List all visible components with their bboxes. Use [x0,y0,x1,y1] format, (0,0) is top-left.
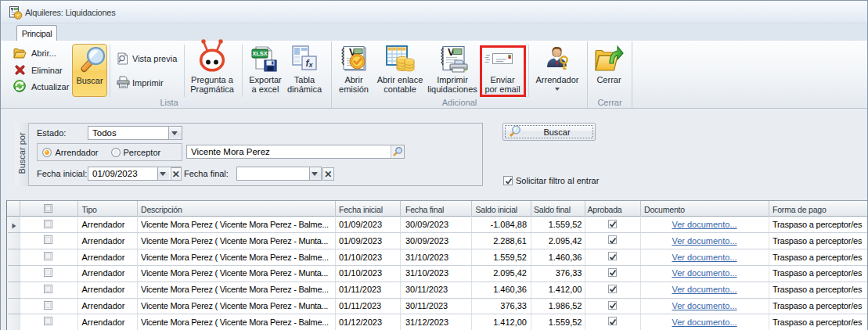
svg-text:XLSX: XLSX [252,50,268,57]
